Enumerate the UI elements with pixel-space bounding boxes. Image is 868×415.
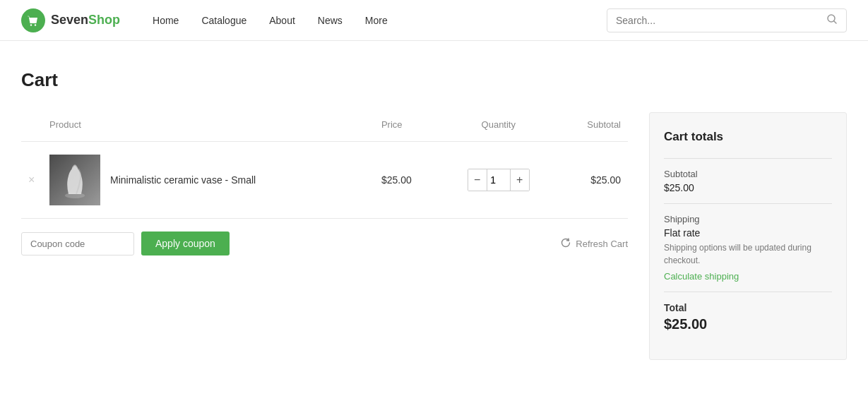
subtotal-label: Subtotal (664, 169, 832, 179)
search-bar (607, 8, 847, 32)
col-qty-header: Quantity (441, 112, 556, 142)
qty-cell: − + (441, 142, 556, 219)
total-value: $25.00 (664, 316, 832, 332)
cart-totals: Cart totals Subtotal $25.00 Shipping Fla… (649, 112, 847, 360)
cart-table: Product Price Quantity Subtotal × (21, 112, 628, 219)
cart-main: Product Price Quantity Subtotal × (21, 112, 628, 360)
cart-layout: Product Price Quantity Subtotal × (21, 112, 847, 360)
col-subtotal-header: Subtotal (556, 112, 628, 142)
cart-table-header: Product Price Quantity Subtotal (21, 112, 628, 142)
qty-increase-button[interactable]: + (511, 169, 529, 191)
coupon-input[interactable] (21, 232, 134, 255)
cart-totals-title: Cart totals (664, 130, 832, 144)
page-title: Cart (21, 69, 847, 91)
product-cell: Minimalistic ceramic vase - Small (42, 142, 374, 219)
shipping-note: Shipping options will be updated during … (664, 241, 832, 267)
nav-item-home[interactable]: Home (141, 0, 190, 41)
logo-text: SevenShop (51, 13, 120, 28)
page-content: Cart Product Price Quantity Subtotal (0, 41, 868, 388)
col-product-header: Product (42, 112, 374, 142)
product-thumbnail (49, 155, 100, 205)
subtotal-cell: $25.00 (556, 142, 628, 219)
qty-decrease-button[interactable]: − (468, 169, 487, 191)
refresh-cart-button[interactable]: Refresh Cart (560, 237, 628, 251)
apply-coupon-button[interactable]: Apply coupon (141, 231, 230, 255)
subtotal-value: $25.00 (664, 182, 832, 193)
main-nav: Home Catalogue About News More (141, 0, 399, 41)
col-price-header: Price (374, 112, 441, 142)
col-remove-header (21, 112, 42, 142)
shipping-row: Shipping Flat rate Shipping options will… (664, 203, 832, 291)
total-row: Total $25.00 (664, 291, 832, 342)
shipping-method: Flat rate (664, 227, 832, 239)
svg-point-0 (30, 24, 32, 25)
nav-item-more[interactable]: More (354, 0, 399, 41)
cart-actions: Apply coupon Refresh Cart (21, 219, 628, 268)
remove-cell: × (21, 142, 42, 219)
search-icon[interactable] (826, 13, 838, 28)
nav-item-catalogue[interactable]: Catalogue (190, 0, 258, 41)
cart-sidebar: Cart totals Subtotal $25.00 Shipping Fla… (649, 112, 847, 360)
refresh-label: Refresh Cart (576, 239, 628, 249)
qty-control: − + (468, 169, 530, 191)
svg-point-8 (72, 167, 78, 170)
subtotal-row: Subtotal $25.00 (664, 158, 832, 203)
logo[interactable]: SevenShop (21, 8, 120, 32)
shipping-label: Shipping (664, 214, 832, 224)
price-cell: $25.00 (374, 142, 441, 219)
svg-line-3 (834, 20, 837, 23)
nav-item-about[interactable]: About (258, 0, 307, 41)
qty-input[interactable] (487, 169, 511, 191)
search-input[interactable] (616, 15, 826, 26)
total-label: Total (664, 302, 832, 313)
svg-point-1 (35, 24, 36, 25)
table-row: × (21, 142, 628, 219)
product-name: Minimalistic ceramic vase - Small (110, 174, 256, 186)
remove-item-button[interactable]: × (28, 174, 35, 186)
nav-item-news[interactable]: News (307, 0, 354, 41)
calculate-shipping-link[interactable]: Calculate shipping (664, 271, 739, 282)
header: SevenShop Home Catalogue About News More (0, 0, 868, 41)
refresh-icon (560, 237, 571, 251)
logo-icon (21, 8, 45, 32)
